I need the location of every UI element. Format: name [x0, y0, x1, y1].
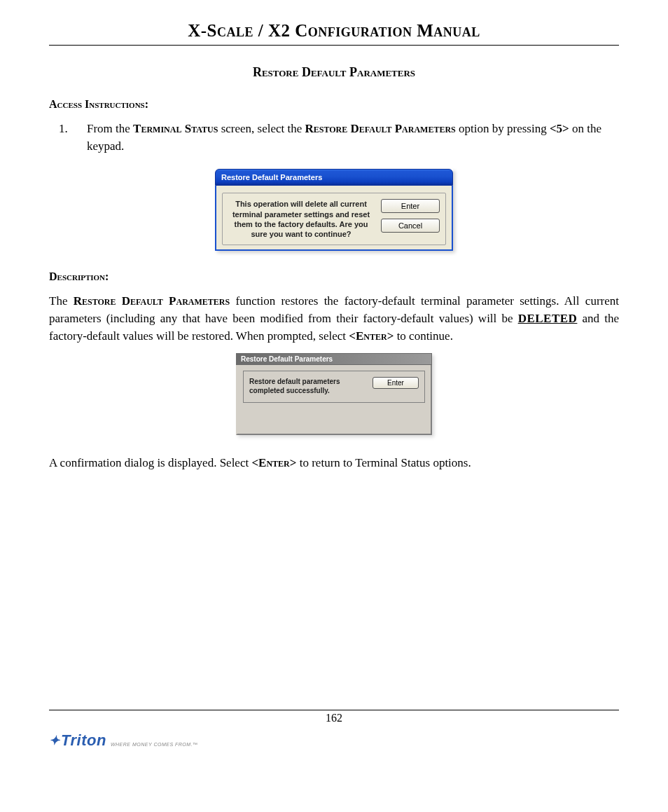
desc-pre: The [49, 294, 74, 308]
page-footer: 162 ✦ Triton WHERE MONEY COMES FROM.™ [49, 704, 619, 750]
page-header-title: X-Scale / X2 Configuration Manual [49, 21, 619, 41]
confirmation-para: A confirmation dialog is displayed. Sele… [49, 455, 619, 472]
step-number: 1. [49, 121, 87, 155]
desc-term-restore: Restore Default Parameters [74, 294, 230, 308]
step-term-terminal-status: Terminal Status [133, 122, 218, 135]
dialog1-message: This operation will delete all current t… [228, 199, 374, 239]
description-para-1: The Restore Default Parameters function … [49, 293, 619, 345]
desc-deleted: DE­LETED [518, 312, 578, 325]
dialog2-enter-button[interactable]: Enter [373, 377, 419, 389]
triton-logo-icon: ✦ [49, 733, 60, 748]
step-text: From the Terminal Status screen, select … [87, 121, 619, 155]
dialog1-enter-button[interactable]: Enter [381, 199, 440, 213]
confirm-pre: A confirmation dialog is displayed. Sele… [49, 456, 251, 469]
access-step-1: 1. From the Terminal Status screen, sele… [49, 121, 619, 155]
desc-key-enter: <Enter> [349, 329, 394, 343]
step-key-5: <5> [550, 122, 569, 135]
footer-rule [49, 710, 619, 710]
confirm-post: to return to Terminal Status options. [296, 456, 471, 469]
dialog2-titlebar: Restore Default Parameters [236, 353, 432, 365]
section-title: Restore Default Parameters [49, 65, 619, 80]
triton-logo-text: Triton [61, 731, 106, 750]
triton-logo-tagline: WHERE MONEY COMES FROM.™ [111, 742, 198, 747]
step-post1: option by pressing [456, 122, 550, 135]
dialog2-body: Restore default parameters completed suc… [236, 365, 432, 435]
desc-post2: to continue. [394, 329, 453, 343]
dialog2-message: Restore default parameters completed suc… [249, 377, 364, 395]
dialog1-inner: This operation will delete all current t… [222, 193, 446, 245]
access-heading: Access Instructions: [49, 98, 619, 111]
dialog-restore-confirm: Restore Default Parameters This operatio… [215, 169, 453, 251]
step-pre: From the [87, 122, 133, 135]
step-mid: screen, select the [218, 122, 305, 135]
page-number: 162 [49, 712, 619, 724]
dialog1-cancel-button[interactable]: Cancel [381, 219, 440, 233]
dialog1-titlebar: Restore Default Parameters [215, 169, 453, 186]
confirm-key-enter: <Enter> [251, 456, 296, 469]
dialog1-body: This operation will delete all current t… [215, 186, 453, 251]
dialog-restore-success: Restore Default Parameters Restore defau… [236, 353, 432, 435]
step-term-restore-default: Restore Default Parameters [305, 122, 456, 135]
header-rule [49, 45, 619, 46]
description-heading: Description: [49, 270, 619, 283]
dialog2-inner: Restore default parameters completed suc… [243, 371, 425, 403]
footer-logo: ✦ Triton WHERE MONEY COMES FROM.™ [49, 731, 619, 750]
